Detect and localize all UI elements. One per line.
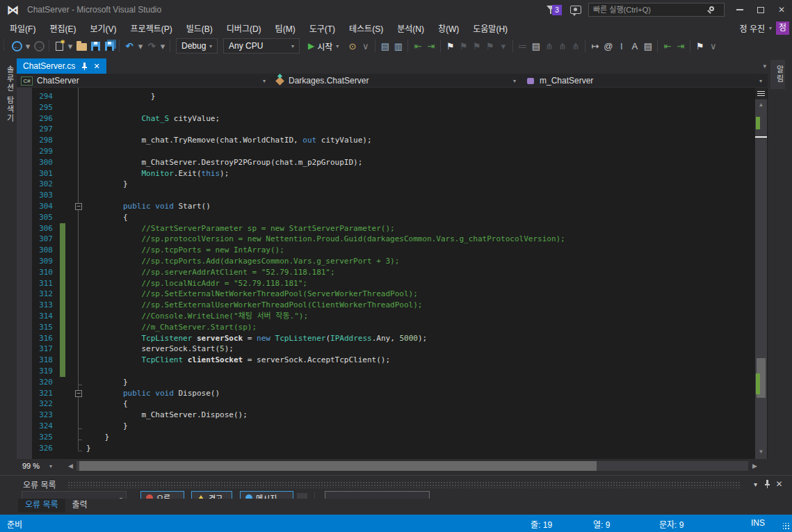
member-dropdown[interactable]: m_ChatServer ▾ [522, 74, 768, 88]
pin-tab-icon[interactable] [81, 63, 88, 70]
code-line[interactable]: 299 [17, 146, 565, 157]
code-line[interactable]: 309 //sp.tcpPorts.Add(darkagesCommon.Var… [17, 256, 565, 267]
navigate-to-icon[interactable]: ↦ [588, 38, 601, 54]
close-button[interactable]: ✕ [771, 1, 792, 19]
decrease-indent-icon[interactable]: ⇤ [411, 38, 424, 54]
code-line[interactable]: 320 } [17, 377, 565, 388]
undo-dropdown-icon[interactable]: ▾ [136, 38, 145, 54]
menu-item[interactable]: 보기(V) [83, 20, 123, 36]
task-list-icon[interactable]: ≔ [516, 38, 529, 54]
toolbar-grip[interactable] [3, 40, 6, 52]
panel-options-icon[interactable]: ▾ [750, 481, 761, 488]
clear-bookmarks-icon[interactable]: ⚑ [483, 38, 496, 54]
navigate-backward-button[interactable]: ← [10, 38, 24, 54]
scroll-up-icon[interactable]: ▲ [755, 102, 767, 108]
maximize-button[interactable] [750, 1, 771, 19]
start-dropdown-icon[interactable]: ▾ [336, 43, 339, 49]
navigate-fwd-doc-icon[interactable]: ▥ [391, 38, 405, 54]
toggle-bookmark-icon[interactable]: ⚑ [444, 38, 457, 54]
horizontal-scroll-thumb[interactable] [79, 461, 597, 471]
menu-item[interactable]: 프로젝트(P) [124, 20, 179, 36]
parameter-info-icon[interactable]: ▤ [641, 38, 654, 54]
quick-launch-search-input[interactable]: 빠른 실행(Ctrl+Q) [588, 3, 725, 17]
save-button[interactable] [88, 38, 102, 54]
navigate-back-doc-icon[interactable]: ▤ [378, 38, 391, 54]
code-line[interactable]: 306 //StartServerParameter sp = new Star… [17, 223, 565, 234]
code-line[interactable]: 307 //sp.protocolVersion = new Nettentio… [17, 234, 565, 245]
menu-item[interactable]: 빌드(B) [179, 20, 220, 36]
scroll-right-icon[interactable]: ▶ [752, 462, 757, 469]
solution-platform-select[interactable]: Any CPU▾ [223, 38, 300, 54]
menu-item[interactable]: 팀(M) [268, 20, 302, 36]
uncomment-selection-icon[interactable]: ⇥ [674, 38, 687, 54]
code-line[interactable]: 324 } [17, 421, 565, 432]
menu-item[interactable]: 편집(E) [42, 20, 83, 36]
menu-item[interactable]: 도구(T) [302, 20, 342, 36]
code-line[interactable]: 298 m_chat.TryRemove(chat.WorldChatID, o… [17, 135, 565, 146]
resize-grip[interactable] [783, 523, 790, 530]
solution-configuration-select[interactable]: Debug▾ [176, 38, 218, 54]
code-line[interactable]: 317 serverSock.Start(5); [17, 344, 565, 355]
increase-indent-icon[interactable]: ⇥ [424, 38, 437, 54]
scroll-left-icon[interactable]: ◀ [68, 462, 73, 469]
comment-selection-icon[interactable]: ⇤ [661, 38, 674, 54]
next-bookmark-icon[interactable]: ⚑ [470, 38, 483, 54]
code-line[interactable]: 313 //sp.SetExternalUserWorkerThreadPool… [17, 300, 565, 311]
code-line[interactable]: 297 [17, 124, 565, 135]
notifications-button[interactable]: 3 [544, 2, 562, 17]
code-line[interactable]: 304 public void Start() [17, 201, 565, 212]
scroll-down-icon[interactable]: ▼ [755, 449, 767, 455]
code-line[interactable]: 319 [17, 366, 565, 377]
code-text-area[interactable]: 294 }295296 Chat_S cityValue;297298 m_ch… [17, 91, 565, 453]
code-line[interactable]: 321 public void Dispose() [17, 388, 565, 399]
code-line[interactable]: 295 [17, 102, 565, 113]
save-all-button[interactable] [102, 38, 116, 54]
code-line[interactable]: 305 { [17, 212, 565, 223]
new-file-dropdown-icon[interactable]: ▾ [66, 38, 74, 54]
code-line[interactable]: 301 Monitor.Exit(this); [17, 168, 565, 179]
bookmark-window-icon[interactable]: ⚑ [693, 38, 706, 54]
menu-item[interactable]: 도움말(H) [466, 20, 515, 36]
menu-item[interactable]: 창(W) [431, 20, 466, 36]
new-file-button[interactable] [52, 38, 66, 54]
code-line[interactable]: 316 TcpListener serverSock = new TcpList… [17, 333, 565, 344]
code-line[interactable]: 323 m_ChatServer.Dispose(); [17, 410, 565, 421]
start-button[interactable]: 시작 [317, 40, 332, 52]
code-line[interactable]: 318 TcpClient clientSocket = serverSock.… [17, 355, 565, 366]
menu-item[interactable]: 분석(N) [390, 20, 431, 36]
project-dropdown[interactable]: C# ChatServer ▾ [17, 74, 271, 88]
code-line[interactable]: 311 //sp.localNicAddr = "52.79.118.181"; [17, 278, 565, 289]
menu-item[interactable]: 테스트(S) [342, 20, 390, 36]
signed-in-user[interactable]: 정 우진 [740, 22, 765, 34]
panel-pin-icon[interactable] [764, 480, 770, 488]
word-wrap-icon[interactable]: I [615, 38, 628, 54]
tab-well-dropdown-icon[interactable]: ▾ [763, 63, 766, 70]
code-line[interactable]: 310 //sp.serverAddrAtClient = "52.79.118… [17, 267, 565, 278]
object-browser-icon[interactable]: ⋔ [569, 38, 582, 54]
code-line[interactable]: 325 } [17, 432, 565, 443]
horizontal-scrollbar[interactable] [76, 461, 748, 471]
code-line[interactable]: 314 //Console.WriteLine("채팅 서버 작동."); [17, 311, 565, 322]
panel-tab-output[interactable]: 출력 [65, 499, 95, 513]
bookmark-dropdown-icon[interactable]: ▾ [496, 38, 510, 54]
minimize-button[interactable] [729, 1, 750, 19]
type-dropdown[interactable]: Darkages.ChatServer ▾ [271, 74, 522, 88]
code-line[interactable]: 296 Chat_S cityValue; [17, 113, 565, 124]
menu-item[interactable]: 디버그(D) [220, 20, 268, 36]
quick-info-icon[interactable]: A [628, 38, 641, 54]
panel-drag-handle[interactable] [67, 481, 741, 488]
user-avatar[interactable]: 정 [776, 22, 789, 35]
feedback-icon[interactable] [570, 6, 581, 14]
sidebar-tab-notifications[interactable]: 알림 [770, 60, 785, 89]
user-dropdown-icon[interactable]: ▾ [769, 25, 772, 31]
start-debug-icon[interactable]: ▶ [308, 41, 314, 51]
code-line[interactable]: 303 [17, 190, 565, 201]
navigate-forward-button[interactable]: → [32, 38, 46, 54]
toolbar-overflow-icon[interactable]: ∨ [359, 38, 372, 54]
error-list-header[interactable]: 오류 목록 ▾ ✕ [0, 478, 792, 490]
code-line[interactable]: 312 //sp.SetExternalNetWorkerThreadPool(… [17, 289, 565, 300]
collapse-region-button[interactable]: – [75, 203, 82, 210]
code-line[interactable]: 322 { [17, 398, 565, 410]
document-tab-chatserver[interactable]: ChatServer.cs ✕ [17, 58, 106, 74]
close-tab-icon[interactable]: ✕ [93, 62, 99, 71]
